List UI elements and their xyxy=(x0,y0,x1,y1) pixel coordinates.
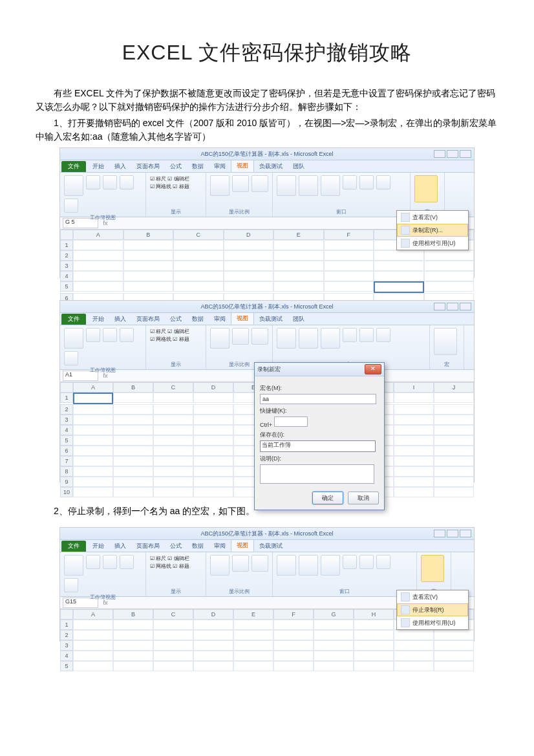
dialog-titlebar: 录制新宏 ✕ xyxy=(255,363,384,376)
desc-input[interactable] xyxy=(260,464,374,484)
tab-insert[interactable]: 插入 xyxy=(109,314,131,325)
tab-loadtest[interactable]: 负载测试 xyxy=(254,161,288,172)
group-workbook-views: 工作簿视图 xyxy=(64,214,142,221)
macro-button[interactable] xyxy=(414,175,438,202)
desc-label: 说明(D): xyxy=(260,455,379,463)
tab-review[interactable]: 审阅 xyxy=(209,161,231,172)
group-window: 窗口 xyxy=(277,208,406,215)
tab-review[interactable]: 审阅 xyxy=(209,541,231,552)
shortcut-input[interactable] xyxy=(274,416,308,427)
tab-data[interactable]: 数据 xyxy=(187,161,209,172)
macro-dropdown: 查看宏(V) 录制宏(R)... 使用相对引用(U) xyxy=(396,210,469,250)
window-title: ABC的150亿单笔计算器 - 副本.xls - Microsoft Excel xyxy=(200,151,333,157)
tab-home[interactable]: 开始 xyxy=(87,161,109,172)
screenshot-record-macro-dialog: ABC的150亿单笔计算器 - 副本.xls - Microsoft Excel… xyxy=(59,300,475,482)
group-zoom: 显示比例 xyxy=(210,208,268,215)
tab-team[interactable]: 团队 xyxy=(288,161,310,172)
file-tab[interactable]: 文件 xyxy=(61,161,86,172)
ribbon: 工作簿视图 ☑ 标尺 ☑ 编辑栏 ☑ 网格线 ☑ 标题 显示 显示比例 窗口 宏 xyxy=(60,173,474,217)
tab-team[interactable]: 团队 xyxy=(288,314,310,325)
excel-titlebar: ABC的150亿单笔计算器 - 副本.xls - Microsoft Excel xyxy=(60,148,474,160)
screenshot-record-macro-menu: ABC的150亿单笔计算器 - 副本.xls - Microsoft Excel… xyxy=(59,147,475,278)
document-title: EXCEL 文件密码保护撤销攻略 xyxy=(36,39,498,67)
ribbon-tabs: 文件 开始 插入 页面布局 公式 数据 审阅 视图 负载测试 团队 xyxy=(60,160,474,173)
tab-insert[interactable]: 插入 xyxy=(109,161,131,172)
tab-view[interactable]: 视图 xyxy=(231,539,254,552)
file-tab[interactable]: 文件 xyxy=(61,541,86,552)
shortcut-label: 快捷键(K): xyxy=(260,407,379,415)
macro-name-label: 宏名(M): xyxy=(260,384,379,393)
group-show: 显示 xyxy=(150,208,202,215)
macro-button[interactable] xyxy=(421,555,444,582)
menu-view-macros[interactable]: 查看宏(V) xyxy=(397,211,468,224)
tab-data[interactable]: 数据 xyxy=(187,541,209,552)
excel-titlebar: ABC的150亿单笔计算器 - 副本.xls - Microsoft Excel xyxy=(60,301,474,313)
excel-titlebar: ABC的150亿单笔计算器 - 副本.xls - Microsoft Excel xyxy=(60,528,474,540)
ribbon-tabs: 文件 开始 插入 页面布局 公式 数据 审阅 视图 负载测试 xyxy=(60,540,474,552)
menu-view-macros[interactable]: 查看宏(V) xyxy=(397,590,468,603)
tab-layout[interactable]: 页面布局 xyxy=(131,161,165,172)
tab-home[interactable]: 开始 xyxy=(87,314,109,325)
window-title: ABC的150亿单笔计算器 - 副本.xls - Microsoft Excel xyxy=(200,530,333,537)
macro-dropdown: 查看宏(V) 停止录制(R) 使用相对引用(U) xyxy=(396,590,469,630)
file-tab[interactable]: 文件 xyxy=(61,314,86,325)
ribbon-tabs: 文件 开始 插入 页面布局 公式 数据 审阅 视图 负载测试 团队 xyxy=(60,313,474,325)
tab-insert[interactable]: 插入 xyxy=(109,541,131,552)
menu-stop-recording[interactable]: 停止录制(R) xyxy=(397,603,468,616)
paragraph-step1: 1、打开要撤销密码的 excel 文件（2007 版和 2010 版皆可），在视… xyxy=(36,116,498,144)
record-macro-dialog: 录制新宏 ✕ 宏名(M): aa 快捷键(K): Ctrl+ 保存在(I): 当… xyxy=(254,362,385,510)
tab-loadtest[interactable]: 负载测试 xyxy=(254,541,288,552)
window-title: ABC的150亿单笔计算器 - 副本.xls - Microsoft Excel xyxy=(200,303,333,310)
tab-layout[interactable]: 页面布局 xyxy=(131,541,165,552)
store-select[interactable]: 当前工作簿 xyxy=(260,440,376,452)
tab-formula[interactable]: 公式 xyxy=(165,161,187,172)
tab-view[interactable]: 视图 xyxy=(231,160,254,172)
paragraph-intro: 有些 EXCEL 文件为了保护数据不被随意更改而设定了密码保护，但若是无意中设置… xyxy=(36,87,498,114)
close-icon[interactable]: ✕ xyxy=(365,364,381,374)
menu-relative-ref[interactable]: 使用相对引用(U) xyxy=(397,237,468,250)
tab-review[interactable]: 审阅 xyxy=(209,314,231,325)
tab-loadtest[interactable]: 负载测试 xyxy=(254,314,288,325)
tab-formula[interactable]: 公式 xyxy=(165,314,187,325)
ok-button[interactable]: 确定 xyxy=(312,491,343,504)
tab-formula[interactable]: 公式 xyxy=(165,541,187,552)
menu-record-macro[interactable]: 录制宏(R)... xyxy=(397,224,468,237)
dialog-title: 录制新宏 xyxy=(257,365,281,374)
tab-data[interactable]: 数据 xyxy=(187,314,209,325)
screenshot-stop-recording: ABC的150亿单笔计算器 - 副本.xls - Microsoft Excel… xyxy=(59,527,475,642)
tab-layout[interactable]: 页面布局 xyxy=(131,314,165,325)
tab-view[interactable]: 视图 xyxy=(231,312,254,325)
macro-name-input[interactable]: aa xyxy=(260,394,376,404)
menu-relative-ref[interactable]: 使用相对引用(U) xyxy=(397,616,468,629)
store-label: 保存在(I): xyxy=(260,431,379,439)
ribbon: 工作簿视图 ☑ 标尺 ☑ 编辑栏☑ 网格线 ☑ 标题显示 显示比例 窗口 宏 查… xyxy=(60,552,474,597)
macro-button[interactable] xyxy=(434,328,457,355)
cancel-button[interactable]: 取消 xyxy=(348,491,379,504)
tab-home[interactable]: 开始 xyxy=(87,541,109,552)
